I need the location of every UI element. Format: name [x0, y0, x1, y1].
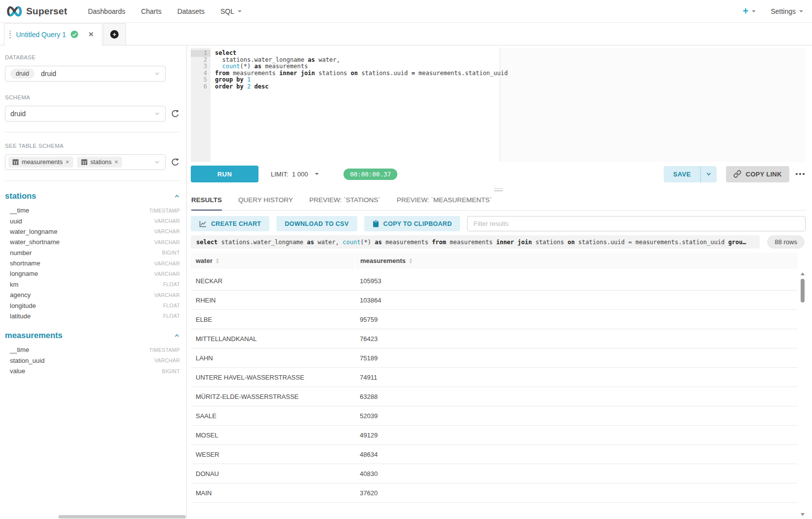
- column-row-shortname: shortnameVARCHAR: [5, 258, 180, 268]
- column-name: number: [10, 249, 32, 257]
- column-row-km: kmFLOAT: [5, 279, 180, 290]
- collapse-chevron-icon[interactable]: [174, 333, 180, 339]
- scrollbar-thumb[interactable]: [801, 279, 805, 303]
- column-name: agency: [10, 291, 31, 299]
- chip-remove-icon[interactable]: ×: [66, 159, 69, 166]
- results-vertical-scrollbar[interactable]: [799, 270, 806, 519]
- column-header-water[interactable]: water: [191, 253, 355, 270]
- code-line: group by 1: [215, 77, 806, 84]
- line-number: 5: [191, 77, 211, 84]
- cell-water: SAALE: [191, 406, 355, 426]
- copy-clipboard-button[interactable]: COPY TO CLIPBOARD: [364, 216, 461, 231]
- results-tabs: RESULTSQUERY HISTORYPREVIEW: `STATIONS`P…: [191, 193, 806, 211]
- column-name: km: [10, 281, 18, 288]
- save-button[interactable]: SAVE: [664, 166, 700, 182]
- column-type: VARCHAR: [154, 271, 180, 277]
- download-csv-button[interactable]: DOWNLOAD TO CSV: [276, 216, 357, 231]
- nav-item-charts[interactable]: Charts: [141, 7, 161, 15]
- column-row-longname: longnameVARCHAR: [5, 268, 180, 279]
- new-menu-button[interactable]: +: [743, 5, 756, 17]
- close-tab-icon[interactable]: ✕: [88, 31, 94, 38]
- schema-select[interactable]: druid: [5, 106, 166, 122]
- results-header-row: watermeasurements: [191, 253, 798, 270]
- sort-icon[interactable]: [409, 259, 412, 263]
- editor-code[interactable]: select stations.water_longname as water,…: [211, 48, 806, 162]
- superset-logo[interactable]: Superset: [6, 5, 67, 17]
- line-number: 3: [191, 63, 211, 70]
- table-select[interactable]: measurements×stations×: [5, 154, 166, 170]
- cell-measurements: 49129: [355, 426, 798, 445]
- table-header-measurements[interactable]: measurements: [5, 331, 180, 340]
- column-type: TIMESTAMP: [149, 208, 180, 214]
- sql-editor[interactable]: 123456 select stations.water_longname as…: [191, 48, 806, 162]
- copy-link-button[interactable]: COPY LINK: [726, 166, 789, 182]
- results-tab-preview-stations[interactable]: PREVIEW: `STATIONS`: [309, 196, 381, 210]
- schema-label: SCHEMA: [5, 94, 180, 100]
- column-row-value: valueBIGINT: [5, 366, 180, 376]
- settings-menu[interactable]: Settings: [770, 7, 803, 15]
- nav-items: DashboardsChartsDatasets: [80, 7, 213, 15]
- sql-lab-main: 123456 select stations.water_longname as…: [187, 45, 812, 519]
- pane-resize-handle[interactable]: [191, 186, 806, 193]
- chart-icon: [199, 220, 207, 227]
- table-chip-stations[interactable]: stations×: [77, 157, 122, 168]
- scroll-down-arrow-icon[interactable]: [801, 513, 805, 516]
- chevron-down-icon: [752, 10, 756, 14]
- column-row-latitude: latitudeFLOAT: [5, 311, 180, 321]
- results-tab-query-history[interactable]: QUERY HISTORY: [238, 196, 293, 210]
- table-row: MITTELLANDKANAL76423: [191, 329, 798, 348]
- column-type: VARCHAR: [154, 292, 180, 298]
- table-chip-measurements[interactable]: measurements×: [8, 157, 73, 168]
- refresh-tables-icon[interactable]: [171, 158, 180, 167]
- database-select[interactable]: druid druid: [5, 66, 166, 82]
- collapse-chevron-icon[interactable]: [174, 193, 180, 199]
- results-table-zone: watermeasurements NECKAR105953RHEIN10386…: [191, 253, 806, 519]
- new-tab-button[interactable]: +: [103, 23, 126, 45]
- refresh-schemas-icon[interactable]: [171, 109, 180, 119]
- query-timer-badge: 00:00:00.37: [343, 169, 397, 180]
- column-header-measurements[interactable]: measurements: [355, 253, 798, 270]
- nav-item-datasets[interactable]: Datasets: [177, 7, 205, 15]
- table-icon: [81, 159, 87, 165]
- run-button[interactable]: RUN: [191, 166, 258, 182]
- save-dropdown-button[interactable]: [700, 166, 717, 182]
- query-tab[interactable]: Untitled Query 1 ✕: [4, 23, 102, 45]
- column-type: BIGINT: [162, 368, 180, 374]
- results-table: watermeasurements NECKAR105953RHEIN10386…: [191, 253, 798, 519]
- sidebar-horizontal-scrollbar[interactable]: [58, 515, 186, 519]
- nav-item-dashboards[interactable]: Dashboards: [88, 7, 126, 15]
- column-type: VARCHAR: [154, 357, 180, 363]
- cell-measurements: 103864: [355, 291, 798, 310]
- results-tab-preview-measurements[interactable]: PREVIEW: `MEASUREMENTS`: [397, 196, 492, 210]
- sort-icon[interactable]: [216, 259, 219, 263]
- table-row: UNTERE HAVEL-WASSERSTRASSE74911: [191, 368, 798, 387]
- create-chart-button[interactable]: CREATE CHART: [191, 216, 269, 231]
- tab-drag-handle-icon[interactable]: [9, 31, 11, 39]
- table-row: SAALE52039: [191, 406, 798, 426]
- database-engine-badge: druid: [10, 69, 35, 79]
- column-name: uuid: [10, 217, 22, 225]
- column-type: TIMESTAMP: [149, 347, 180, 353]
- column-row-longitude: longitudeFLOAT: [5, 300, 180, 310]
- filter-results-input[interactable]: [467, 216, 806, 231]
- cell-water: MAIN: [191, 483, 355, 503]
- limit-dropdown[interactable]: LIMIT: 1 000: [271, 171, 319, 178]
- column-type: FLOAT: [163, 313, 180, 319]
- scroll-up-arrow-icon[interactable]: [801, 272, 805, 275]
- column-name: __time: [10, 346, 29, 353]
- results-actions: CREATE CHART DOWNLOAD TO CSV COPY TO CLI…: [191, 216, 806, 231]
- sql-lab-sidebar: DATABASE druid druid SCHEMA druid SEE TA…: [0, 45, 187, 519]
- query-tab-title: Untitled Query 1: [16, 31, 66, 39]
- clipboard-icon: [373, 220, 379, 227]
- table-row: NECKAR105953: [191, 270, 798, 291]
- chip-remove-icon[interactable]: ×: [115, 159, 118, 166]
- nav-item-sql[interactable]: SQL: [220, 7, 242, 15]
- query-preview-bar[interactable]: select stations.water_longname as water,…: [191, 235, 760, 249]
- table-header-stations[interactable]: stations: [5, 191, 180, 201]
- column-name: __time: [10, 207, 29, 214]
- results-tab-results[interactable]: RESULTS: [191, 196, 222, 211]
- cell-water: UNTERE HAVEL-WASSERSTRASSE: [191, 368, 355, 387]
- cell-water: DONAU: [191, 464, 355, 483]
- more-options-button[interactable]: [795, 170, 806, 178]
- table-row: DONAU40830: [191, 464, 798, 483]
